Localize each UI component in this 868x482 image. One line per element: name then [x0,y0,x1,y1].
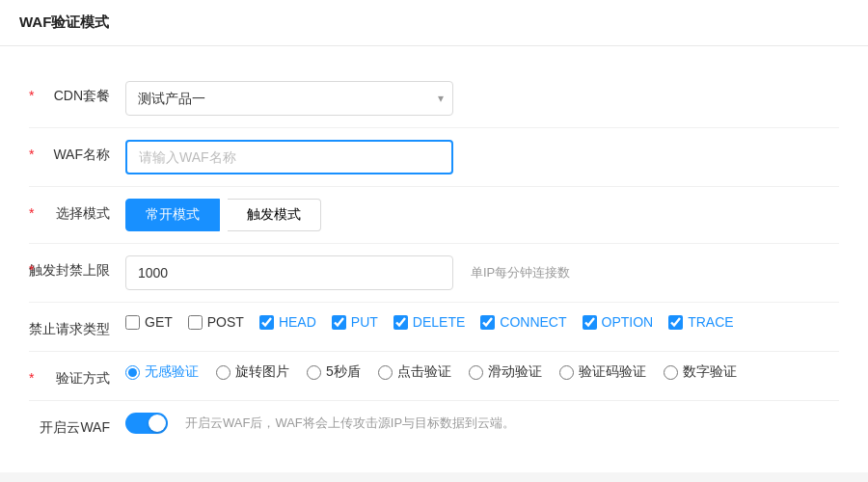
cdn-label: CDN套餐 [29,81,125,105]
radio-5s[interactable] [307,365,321,380]
mode-row: 选择模式 常开模式 触发模式 [0,187,868,243]
radio-item-2[interactable]: 5秒盾 [307,363,361,381]
trigger-limit-input[interactable] [125,255,453,290]
toggle-thumb [149,415,166,432]
checkbox-put[interactable] [332,315,346,330]
checkbox-item-trace[interactable]: TRACE [668,314,733,330]
checkbox-item-post[interactable]: POST [188,314,244,330]
radio-label-5s: 5秒盾 [326,363,361,381]
checkbox-connect[interactable] [480,315,495,330]
radio-label-captcha: 验证码验证 [579,363,646,381]
checkbox-head[interactable] [259,315,274,330]
cloud-waf-row: 开启云WAF 开启云WAF后，WAF将会上传攻击源IP与目标数据到云端。 [0,401,868,449]
radio-label-wugan: 无感验证 [145,363,199,381]
waf-content [125,140,839,174]
checkbox-trace[interactable] [668,315,683,330]
radio-rotate[interactable] [216,365,231,380]
checkbox-label-option: OPTION [602,314,654,330]
request-type-content: GET POST HEAD PUT [125,314,839,330]
radio-item-3[interactable]: 点击验证 [378,363,451,381]
mode-trigger-button[interactable]: 触发模式 [228,199,321,231]
checkbox-option[interactable] [583,315,597,330]
radio-item-1[interactable]: 旋转图片 [216,363,289,381]
radio-slide[interactable] [469,365,483,380]
trigger-row: 触发封禁上限 单IP每分钟连接数 [0,244,868,302]
cdn-content: 测试产品一 测试产品二 测试产品三 ▾ [125,81,839,116]
trigger-content: 单IP每分钟连接数 [125,255,839,290]
cdn-select-wrapper: 测试产品一 测试产品二 测试产品三 ▾ [125,81,453,116]
radio-item-0[interactable]: 无感验证 [125,363,199,381]
cdn-row: CDN套餐 测试产品一 测试产品二 测试产品三 ▾ [0,69,868,127]
checkbox-item-put[interactable]: PUT [332,314,378,330]
cloud-waf-toggle[interactable] [125,413,168,434]
mode-content: 常开模式 触发模式 [125,199,839,231]
checkbox-label-head: HEAD [279,314,316,330]
cdn-select[interactable]: 测试产品一 测试产品二 测试产品三 [125,81,453,116]
radio-label-number: 数字验证 [683,363,737,381]
auth-label: 验证方式 [29,363,125,388]
radio-label-click: 点击验证 [397,363,451,381]
mode-label: 选择模式 [29,199,125,223]
checkbox-label-connect: CONNECT [500,314,566,330]
checkbox-item-head[interactable]: HEAD [259,314,316,330]
checkbox-item-connect[interactable]: CONNECT [480,314,566,330]
radio-row: 无感验证 旋转图片 5秒盾 点击验证 [125,363,737,381]
radio-item-6[interactable]: 数字验证 [664,363,737,381]
toggle-track [125,413,168,434]
radio-item-5[interactable]: 验证码验证 [559,363,646,381]
waf-name-input[interactable] [125,140,453,174]
checkbox-item-get[interactable]: GET [125,314,173,330]
checkbox-label-get: GET [145,314,173,330]
radio-click[interactable] [378,365,393,380]
radio-item-4[interactable]: 滑动验证 [469,363,542,381]
checkbox-post[interactable] [188,315,203,330]
page: WAF验证模式 CDN套餐 测试产品一 测试产品二 测试产品三 ▾ WAF名称 [0,0,868,482]
waf-name-row: WAF名称 [0,128,868,186]
auth-row: 验证方式 无感验证 旋转图片 5秒盾 [0,352,868,400]
trigger-hint: 单IP每分钟连接数 [471,264,570,281]
page-title: WAF验证模式 [0,0,868,46]
radio-wugan[interactable] [125,365,140,380]
request-type-row: 禁止请求类型 GET POST HEAD [0,303,868,351]
cloud-waf-content: 开启云WAF后，WAF将会上传攻击源IP与目标数据到云端。 [125,413,839,434]
radio-label-slide: 滑动验证 [488,363,542,381]
checkbox-label-put: PUT [351,314,378,330]
checkbox-item-delete[interactable]: DELETE [393,314,465,330]
radio-captcha[interactable] [559,365,574,380]
radio-label-rotate: 旋转图片 [235,363,289,381]
cloud-waf-desc: 开启云WAF后，WAF将会上传攻击源IP与目标数据到云端。 [185,415,515,432]
checkbox-label-post: POST [207,314,244,330]
checkbox-label-delete: DELETE [413,314,465,330]
checkbox-label-trace: TRACE [688,314,733,330]
trigger-label: 触发封禁上限 [29,255,125,280]
auth-content: 无感验证 旋转图片 5秒盾 点击验证 [125,363,839,381]
checkbox-delete[interactable] [393,315,408,330]
mode-always-button[interactable]: 常开模式 [125,199,220,231]
cloud-waf-label: 开启云WAF [29,413,125,437]
checkbox-item-option[interactable]: OPTION [583,314,654,330]
request-type-label: 禁止请求类型 [29,314,125,338]
waf-label: WAF名称 [29,140,125,164]
checkbox-get[interactable] [125,315,140,330]
checkbox-row: GET POST HEAD PUT [125,314,734,330]
radio-number[interactable] [664,365,678,380]
form-container: CDN套餐 测试产品一 测试产品二 测试产品三 ▾ WAF名称 [0,46,868,472]
